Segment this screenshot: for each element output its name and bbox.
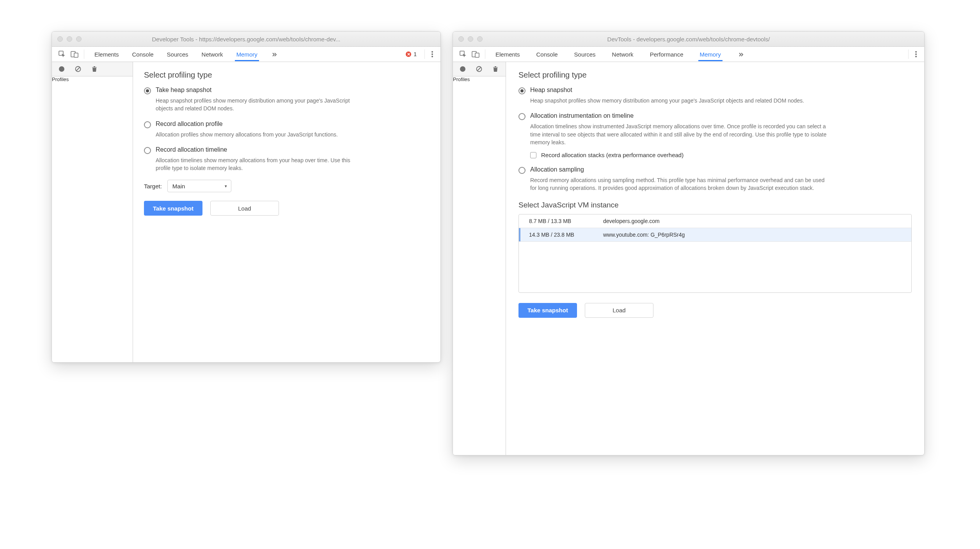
radio-allocation-sampling[interactable] — [518, 167, 526, 174]
option-title: Record allocation profile — [156, 120, 223, 128]
device-mode-icon[interactable] — [68, 48, 81, 60]
divider — [485, 50, 485, 59]
tab-sources[interactable]: Sources — [166, 48, 189, 61]
option-desc: Heap snapshot profiles show memory distr… — [530, 97, 827, 104]
divider — [84, 50, 84, 59]
heading-select-vm-instance: Select JavaScript VM instance — [518, 201, 912, 209]
zoom-dot[interactable] — [76, 36, 82, 42]
tab-memory[interactable]: Memory — [699, 48, 722, 61]
close-dot[interactable] — [57, 36, 63, 42]
main-panel: Select profiling type Take heap snapshot… — [133, 62, 440, 362]
option-desc: Allocation profiles show memory allocati… — [156, 131, 366, 138]
error-count-badge[interactable]: ✕ 1 — [406, 51, 417, 57]
radio-record-allocation-profile[interactable] — [144, 121, 151, 128]
take-snapshot-button[interactable]: Take snapshot — [144, 201, 202, 216]
tab-sources[interactable]: Sources — [573, 48, 597, 61]
target-value: Main — [172, 183, 185, 189]
tab-console[interactable]: Console — [131, 48, 154, 61]
target-select[interactable]: Main — [167, 180, 231, 192]
more-tabs-icon[interactable] — [737, 48, 745, 60]
radio-heap-snapshot[interactable] — [518, 87, 526, 94]
minimize-dot[interactable] — [67, 36, 72, 42]
svg-rect-10 — [475, 53, 479, 57]
take-snapshot-button[interactable]: Take snapshot — [518, 303, 577, 318]
svg-point-12 — [915, 53, 917, 55]
heading-select-profiling-type: Select profiling type — [518, 71, 912, 80]
heading-select-profiling-type: Select profiling type — [144, 71, 430, 80]
trash-icon[interactable] — [491, 65, 500, 73]
svg-point-11 — [915, 51, 917, 53]
clear-icon[interactable] — [475, 65, 483, 73]
sidebar-profiles-header[interactable]: Profiles — [52, 76, 133, 82]
titlebar[interactable]: DevTools - developers.google.com/web/too… — [453, 32, 924, 47]
svg-point-3 — [431, 51, 433, 53]
profiles-toolbar — [453, 62, 506, 76]
more-tabs-icon[interactable] — [270, 48, 279, 60]
window-title: Developer Tools - https://developers.goo… — [52, 36, 440, 43]
window-title: DevTools - developers.google.com/web/too… — [453, 36, 924, 43]
option-desc: Allocation timelines show memory allocat… — [156, 156, 366, 172]
radio-allocation-instrumentation[interactable] — [518, 113, 526, 120]
minimize-dot[interactable] — [468, 36, 473, 42]
checkbox-icon[interactable] — [530, 152, 536, 158]
traffic-lights — [458, 36, 483, 42]
record-icon[interactable] — [458, 65, 467, 73]
radio-record-allocation-timeline[interactable] — [144, 147, 151, 154]
divider — [424, 50, 425, 59]
main-panel: Select profiling type Heap snapshot Heap… — [506, 62, 924, 455]
divider — [908, 50, 909, 59]
option-title: Take heap snapshot — [156, 87, 211, 94]
tab-performance[interactable]: Performance — [649, 48, 684, 61]
tab-elements[interactable]: Elements — [495, 48, 521, 61]
tab-elements[interactable]: Elements — [94, 48, 120, 61]
inspect-element-icon[interactable] — [457, 48, 469, 60]
vm-name: www.youtube.com: G_P6rpRSr4g — [603, 232, 911, 238]
svg-point-14 — [460, 66, 465, 72]
load-button[interactable]: Load — [585, 303, 653, 318]
option-desc: Heap snapshot profiles show memory distr… — [156, 97, 366, 113]
sidebar-profiles-header[interactable]: Profiles — [453, 76, 506, 82]
close-dot[interactable] — [458, 36, 464, 42]
device-mode-icon[interactable] — [469, 48, 482, 60]
error-icon: ✕ — [406, 51, 411, 57]
vm-memory: 14.3 MB / 23.8 MB — [520, 232, 603, 238]
tabstrip: Elements Console Sources Network Memory … — [52, 47, 440, 62]
checkbox-label: Record allocation stacks (extra performa… — [541, 152, 684, 158]
option-desc: Record memory allocations using sampling… — [530, 176, 827, 192]
vm-memory: 8.7 MB / 13.3 MB — [520, 218, 603, 224]
svg-rect-2 — [74, 53, 78, 57]
tabstrip: Elements Console Sources Network Perform… — [453, 47, 924, 62]
option-title: Allocation instrumentation on timeline — [530, 112, 634, 119]
svg-point-6 — [59, 66, 64, 72]
titlebar[interactable]: Developer Tools - https://developers.goo… — [52, 32, 440, 47]
record-icon[interactable] — [57, 65, 66, 73]
vm-instance-table: 8.7 MB / 13.3 MB developers.google.com 1… — [518, 214, 912, 293]
tab-memory[interactable]: Memory — [236, 48, 258, 61]
panel-tabs: Elements Console Sources Network Memory — [94, 48, 279, 61]
devtools-window-old: Developer Tools - https://developers.goo… — [51, 31, 441, 363]
tab-network[interactable]: Network — [201, 48, 224, 61]
tab-console[interactable]: Console — [536, 48, 559, 61]
vm-row[interactable]: 8.7 MB / 13.3 MB developers.google.com — [519, 214, 911, 228]
inspect-element-icon[interactable] — [56, 48, 68, 60]
option-title: Heap snapshot — [530, 87, 572, 94]
svg-point-5 — [431, 56, 433, 57]
traffic-lights — [57, 36, 82, 42]
devtools-window-new: DevTools - developers.google.com/web/too… — [453, 31, 925, 455]
settings-kebab-icon[interactable] — [428, 48, 437, 60]
profiles-toolbar — [52, 62, 133, 76]
vm-row[interactable]: 14.3 MB / 23.8 MB www.youtube.com: G_P6r… — [519, 228, 911, 242]
clear-icon[interactable] — [74, 65, 82, 73]
settings-kebab-icon[interactable] — [912, 48, 920, 60]
option-desc: Allocation timelines show instrumented J… — [530, 122, 827, 146]
option-title: Record allocation timeline — [156, 146, 227, 153]
checkbox-record-allocation-stacks[interactable]: Record allocation stacks (extra performa… — [530, 152, 912, 158]
zoom-dot[interactable] — [477, 36, 483, 42]
tab-network[interactable]: Network — [611, 48, 634, 61]
vm-empty-space — [519, 242, 911, 292]
target-label: Target: — [144, 183, 162, 189]
svg-point-4 — [431, 53, 433, 55]
trash-icon[interactable] — [90, 65, 99, 73]
radio-take-heap-snapshot[interactable] — [144, 87, 151, 94]
load-button[interactable]: Load — [210, 201, 279, 216]
